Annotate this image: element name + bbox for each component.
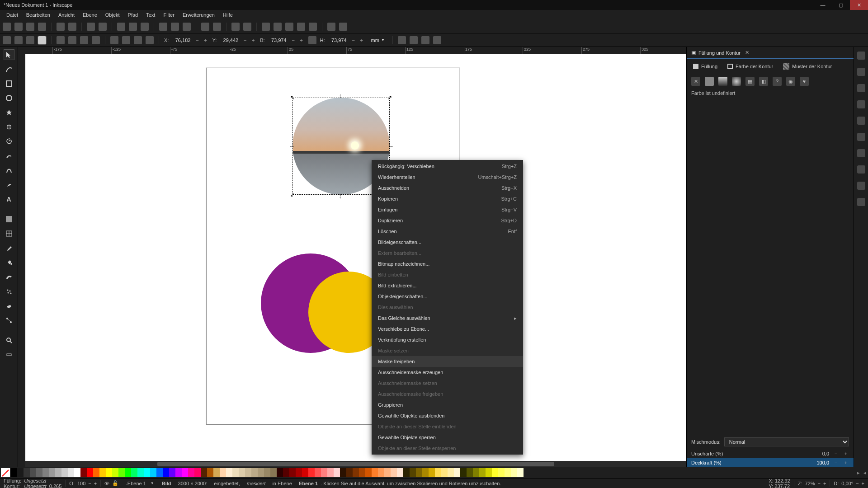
context-menu-item[interactable]: Bild extrahieren... (372, 280, 523, 291)
palette-swatch[interactable] (213, 468, 220, 477)
palette-swatch[interactable] (163, 468, 169, 477)
menu-erweiterungen[interactable]: Erweiterungen (179, 11, 218, 19)
palette-swatch[interactable] (30, 468, 36, 477)
status-stroke-width[interactable]: 0,265 (49, 483, 62, 488)
lock-icon[interactable]: 🔓 (112, 480, 118, 486)
eraser-tool[interactable] (4, 301, 14, 311)
rotate-ccw-icon[interactable] (57, 36, 65, 44)
cut-icon[interactable] (129, 23, 137, 31)
context-menu-item[interactable]: Verknüpfung erstellen (372, 334, 523, 345)
blur-plus-button[interactable]: + (843, 451, 849, 456)
maximize-button[interactable]: ▢ (832, 0, 850, 10)
open-icon[interactable] (14, 23, 23, 31)
copy-icon[interactable] (117, 23, 125, 31)
w-input[interactable]: 73,974 (267, 37, 288, 44)
clone-icon[interactable] (213, 23, 221, 31)
raise-top-icon[interactable] (110, 36, 118, 44)
palette-swatch[interactable] (315, 468, 321, 477)
rect-tool[interactable] (4, 79, 14, 89)
palette-swatch[interactable] (258, 468, 264, 477)
palette-swatch[interactable] (302, 468, 308, 477)
canvas-viewport[interactable]: ↖ ↕ ↗ ↔ ↔ ↙ ↕ ↘ (25, 54, 686, 461)
palette-swatch[interactable] (264, 468, 270, 477)
palette-swatch[interactable] (201, 468, 207, 477)
layers-dialog-icon[interactable] (285, 23, 293, 31)
scale-stroke-icon[interactable] (398, 36, 406, 44)
tab-stroke-paint[interactable]: Farbe der Kontur (725, 61, 776, 71)
context-menu-item[interactable]: Gruppieren (372, 399, 523, 410)
toggle-bbox-icon[interactable] (38, 36, 46, 44)
status-opacity-plus-button[interactable]: + (94, 481, 97, 486)
scale-gradient-icon[interactable] (421, 36, 429, 44)
status-fill-value[interactable]: Ungesetzt (24, 478, 47, 483)
paint-mesh-button[interactable]: ◉ (786, 77, 795, 86)
menu-hilfe[interactable]: Hilfe (219, 11, 236, 19)
blur-value[interactable]: 0,0 (822, 451, 829, 456)
3dbox-tool[interactable] (4, 122, 14, 132)
text-dialog-icon[interactable] (274, 23, 282, 31)
palette-swatch[interactable] (93, 468, 99, 477)
ellipse-tool[interactable] (4, 93, 14, 103)
palette-swatch[interactable] (429, 468, 435, 477)
palette-swatch[interactable] (359, 468, 365, 477)
dock-icon[interactable] (857, 100, 865, 108)
palette-swatch[interactable] (378, 468, 384, 477)
palette-swatch[interactable] (340, 468, 346, 477)
xml-dialog-icon[interactable] (297, 23, 305, 31)
ruler-horizontal[interactable]: -175-125-75-252575125175225275325 (25, 47, 686, 54)
palette-swatch[interactable] (454, 468, 460, 477)
spray-tool[interactable] (4, 286, 14, 296)
palette-swatch[interactable] (220, 468, 226, 477)
menu-text[interactable]: Text (142, 11, 159, 19)
palette-none-swatch[interactable] (1, 468, 10, 477)
text-tool[interactable]: A (4, 194, 14, 204)
palette-swatch[interactable] (321, 468, 327, 477)
panel-close-button[interactable]: ✕ (745, 50, 749, 56)
menu-objekt[interactable]: Objekt (102, 11, 123, 19)
undo-icon[interactable] (87, 23, 95, 31)
y-input[interactable]: 29,442 (218, 37, 240, 44)
palette-swatch[interactable] (175, 468, 182, 477)
menu-ebene[interactable]: Ebene (79, 11, 101, 19)
paint-pattern-button[interactable]: ▦ (745, 77, 755, 86)
palette-swatch[interactable] (486, 468, 492, 477)
w-plus-button[interactable]: + (298, 37, 305, 43)
palette-swatch[interactable] (397, 468, 403, 477)
opacity-minus-button[interactable]: − (833, 460, 839, 465)
preferences-icon[interactable] (327, 23, 335, 31)
zoom-minus-button[interactable]: − (817, 481, 820, 486)
w-minus-button[interactable]: − (290, 37, 297, 43)
context-menu-item[interactable]: WiederherstellenUmschalt+Strg+Z (372, 172, 523, 183)
measure-tool[interactable] (4, 350, 14, 360)
duplicate-icon[interactable] (201, 23, 209, 31)
palette-swatch[interactable] (511, 468, 517, 477)
paint-radial-button[interactable] (732, 77, 741, 86)
lock-aspect-icon[interactable] (308, 36, 316, 44)
context-menu-item[interactable]: Bitmap nachzeichnen... (372, 258, 523, 269)
status-opacity-minus-button[interactable]: − (88, 481, 91, 486)
context-menu-item[interactable]: LöschenEntf (372, 226, 523, 237)
menu-datei[interactable]: Datei (3, 11, 22, 19)
menu-ansicht[interactable]: Ansicht (55, 11, 78, 19)
context-menu-item[interactable]: Gewählte Objekte ausblenden (372, 410, 523, 421)
zoom-selection-icon[interactable] (159, 23, 167, 31)
opacity-value[interactable]: 100,0 (816, 460, 829, 465)
dock-icon[interactable] (857, 117, 865, 125)
layer-selector[interactable]: -Ebene 1 (126, 481, 146, 486)
palette-swatch[interactable] (365, 468, 372, 477)
palette-swatch[interactable] (448, 468, 454, 477)
palette-swatch[interactable] (74, 468, 80, 477)
palette-swatch[interactable] (42, 468, 49, 477)
palette-swatch[interactable] (289, 468, 296, 477)
palette-swatch[interactable] (194, 468, 201, 477)
palette-swatch[interactable] (479, 468, 486, 477)
palette-swatch[interactable] (137, 468, 144, 477)
dock-icon[interactable] (857, 149, 865, 157)
context-menu-item[interactable]: Gewählte Objekte sperren (372, 432, 523, 443)
palette-swatch[interactable] (118, 468, 125, 477)
select-all-icon[interactable] (14, 36, 23, 44)
opacity-plus-button[interactable]: + (843, 460, 849, 465)
tweak-tool[interactable] (4, 272, 14, 282)
palette-swatch[interactable] (61, 468, 68, 477)
palette-swatch[interactable] (169, 468, 175, 477)
